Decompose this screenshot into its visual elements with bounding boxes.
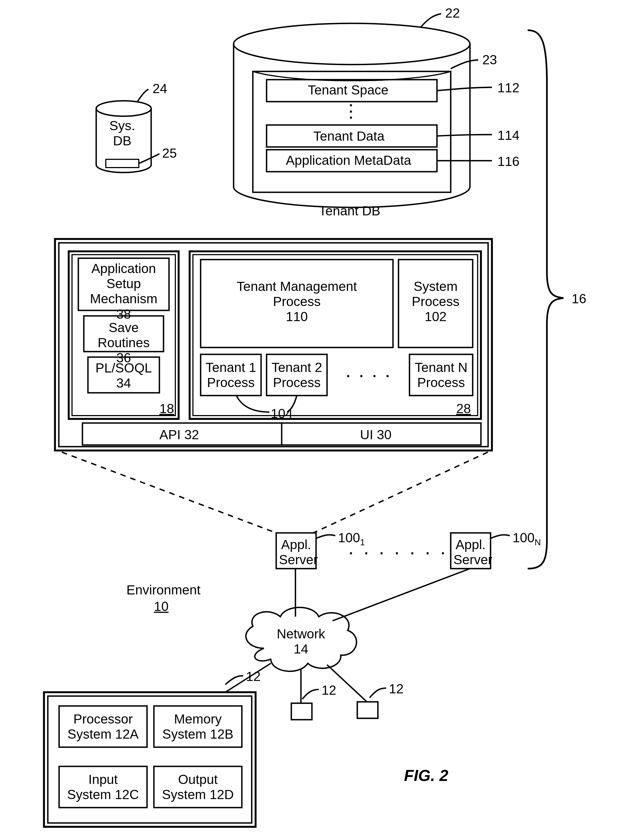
ref-16: 16 bbox=[572, 291, 586, 306]
svg-rect-14 bbox=[190, 251, 481, 419]
sys-db-label: Sys. DB bbox=[109, 118, 135, 148]
tenant-space-label: Tenant Space bbox=[308, 83, 388, 98]
tenant-db-label: Tenant DB bbox=[319, 203, 380, 218]
app-setup-label: Application Setup Mechanism 38 bbox=[87, 261, 161, 322]
ref-100-n-sub: N bbox=[534, 537, 541, 547]
t2-process: Tenant 2 Process bbox=[271, 360, 323, 390]
ref-23: 23 bbox=[482, 52, 497, 67]
api-label: API 32 bbox=[160, 427, 199, 442]
ref-100-1-sub: 1 bbox=[360, 537, 365, 547]
ref-24: 24 bbox=[152, 81, 167, 96]
ref-28: 28 bbox=[456, 401, 471, 416]
network-label: Network 14 bbox=[275, 626, 327, 657]
svg-point-5 bbox=[96, 101, 151, 116]
ref-10: 10 bbox=[154, 599, 169, 614]
output-system: Output System 12D bbox=[158, 772, 238, 802]
tmp-label: Tenant Management Process 110 bbox=[225, 279, 368, 325]
svg-line-24 bbox=[313, 452, 488, 533]
input-system: Input System 12C bbox=[63, 772, 143, 802]
ref-100-n: 100N bbox=[513, 530, 541, 547]
svg-line-28 bbox=[333, 569, 470, 621]
memory-system: Memory System 12B bbox=[158, 711, 238, 742]
svg-point-0 bbox=[233, 23, 470, 65]
ref-100-1-main: 100 bbox=[338, 530, 360, 545]
tN-process: Tenant N Process bbox=[414, 360, 469, 390]
ref-114: 114 bbox=[497, 128, 519, 143]
svg-rect-32 bbox=[291, 703, 312, 720]
ref-12b: 12 bbox=[322, 682, 336, 698]
ref-112: 112 bbox=[497, 80, 519, 95]
ref-12c: 12 bbox=[389, 681, 403, 696]
ref-100-n-main: 100 bbox=[513, 530, 534, 545]
svg-line-23 bbox=[62, 452, 276, 533]
ref-104: 104 bbox=[271, 406, 293, 421]
diagram-canvas: Sys. DB 24 25 22 23 112 114 116 Tenant S… bbox=[0, 0, 620, 840]
svg-rect-33 bbox=[357, 702, 378, 718]
save-routines-label: Save Routines 36 bbox=[93, 320, 154, 366]
appl-server-1: Appl. Server bbox=[279, 537, 313, 567]
app-metadata-label: Application MetaData bbox=[286, 153, 411, 168]
ref-12a: 12 bbox=[246, 669, 260, 684]
figure-caption: FIG. 2 bbox=[404, 766, 448, 785]
ref-116: 116 bbox=[497, 154, 519, 169]
svg-rect-6 bbox=[106, 159, 139, 168]
appl-server-n: Appl. Server bbox=[453, 537, 488, 567]
sys-db-text: Sys. DB bbox=[109, 118, 135, 148]
ref-18: 18 bbox=[160, 401, 174, 416]
ref-25: 25 bbox=[162, 146, 177, 161]
ref-22: 22 bbox=[445, 6, 460, 21]
sys-process-label: System Process 102 bbox=[405, 279, 466, 325]
plsoql-label: PL/SOQL 34 bbox=[95, 361, 152, 391]
processor-system: Processor System 12A bbox=[63, 711, 143, 742]
environment-label: Environment bbox=[126, 582, 200, 597]
tenant-data-label: Tenant Data bbox=[313, 129, 384, 144]
ref-100-1: 1001 bbox=[338, 530, 365, 547]
ui-label: UI 30 bbox=[360, 427, 391, 442]
t1-process: Tenant 1 Process bbox=[205, 360, 257, 390]
